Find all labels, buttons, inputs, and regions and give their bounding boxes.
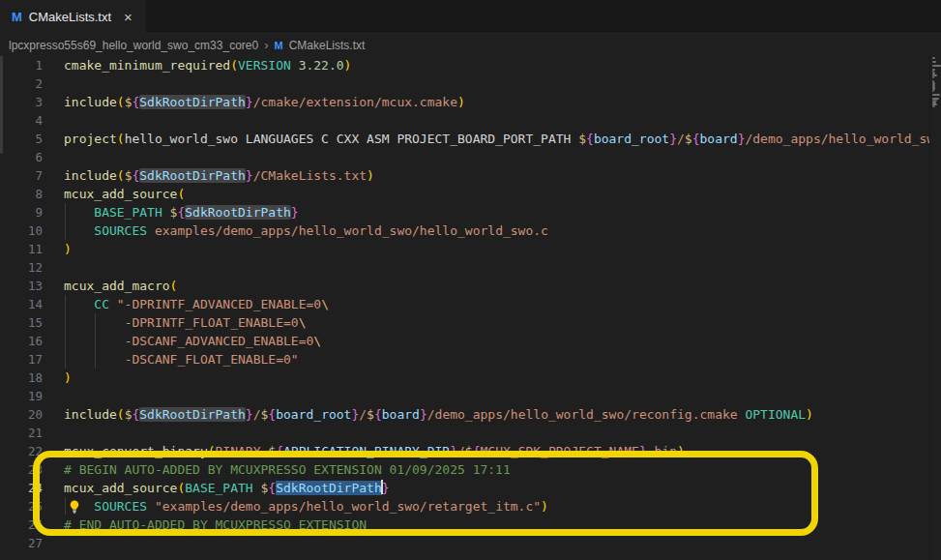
line-number[interactable]: 17 xyxy=(0,350,43,368)
line-number[interactable]: 18 xyxy=(0,368,43,387)
code-text: cmake_minimum_required(VERSION 3.22.0) xyxy=(43,56,351,74)
code-line[interactable]: 24mcux_add_source(BASE_PATH ${SdkRootDir… xyxy=(0,479,941,497)
code-text: # END AUTO-ADDED BY MCUXPRESSO EXTENSION xyxy=(43,516,367,534)
line-number[interactable]: 8 xyxy=(0,185,43,203)
line-number[interactable]: 25 xyxy=(0,497,43,516)
tab-cmakelists[interactable]: M CMakeLists.txt × xyxy=(0,0,145,34)
code-text xyxy=(43,111,64,130)
code-line[interactable]: 8mcux_add_source( xyxy=(0,185,941,203)
line-number[interactable]: 12 xyxy=(0,258,43,277)
code-line[interactable]: 13mcux_add_macro( xyxy=(0,277,941,295)
code-text: -DSCANF_ADVANCED_ENABLE=0\ xyxy=(43,332,321,350)
tab-title: CMakeLists.txt xyxy=(29,10,111,24)
line-number[interactable]: 27 xyxy=(0,534,43,552)
code-line[interactable]: 27 xyxy=(0,534,941,552)
code-line[interactable]: 10 SOURCES examples/demo_apps/hello_worl… xyxy=(0,221,941,240)
indent-guide xyxy=(65,203,66,240)
code-text: BASE_PATH ${SdkRootDirPath} xyxy=(43,203,299,221)
code-text xyxy=(43,74,64,93)
code-text: # BEGIN AUTO-ADDED BY MCUXPRESSO EXTENSI… xyxy=(43,460,511,479)
line-number[interactable]: 23 xyxy=(0,460,43,479)
code-line[interactable]: 17 -DSCANF_FLOAT_ENABLE=0" xyxy=(0,350,941,368)
code-editor[interactable]: 1cmake_minimum_required(VERSION 3.22.0)2… xyxy=(0,55,941,560)
code-text: SOURCES examples/demo_apps/hello_world_s… xyxy=(43,221,548,240)
code-text xyxy=(43,534,64,552)
line-number[interactable]: 10 xyxy=(0,221,43,240)
indent-guide xyxy=(65,497,66,515)
code-text: include(${SdkRootDirPath}/${board_root}/… xyxy=(43,405,813,424)
editor-window: M CMakeLists.txt × lpcxpresso55s69_hello… xyxy=(0,0,941,560)
breadcrumb: lpcxpresso55s69_hello_world_swo_cm33_cor… xyxy=(0,35,941,55)
breadcrumb-file[interactable]: CMakeLists.txt xyxy=(289,39,366,52)
code-text: SOURCES "examples/demo_apps/hello_world_… xyxy=(43,497,548,516)
line-number[interactable]: 20 xyxy=(0,405,43,424)
line-number[interactable]: 16 xyxy=(0,332,43,350)
lightbulb-icon[interactable] xyxy=(67,499,82,515)
line-number[interactable]: 5 xyxy=(0,130,43,148)
code-text: mcux_convert_binary(BINARY ${APPLICATION… xyxy=(43,442,685,460)
line-number[interactable]: 1 xyxy=(0,56,43,74)
line-number[interactable]: 13 xyxy=(0,277,43,295)
minimap[interactable] xyxy=(929,55,941,560)
code-text: include(${SdkRootDirPath}/CMakeLists.txt… xyxy=(43,166,374,185)
code-line[interactable]: 16 -DSCANF_ADVANCED_ENABLE=0\ xyxy=(0,332,941,350)
code-text: mcux_add_macro( xyxy=(43,277,177,295)
code-line[interactable]: 4 xyxy=(0,111,941,130)
code-line[interactable]: 22mcux_convert_binary(BINARY ${APPLICATI… xyxy=(0,442,941,460)
code-text: ) xyxy=(43,368,72,387)
line-number[interactable]: 24 xyxy=(0,479,43,497)
line-number[interactable]: 3 xyxy=(0,93,43,111)
code-text: -DPRINTF_FLOAT_ENABLE=0\ xyxy=(43,313,306,332)
code-text xyxy=(43,258,64,277)
tab-bar: M CMakeLists.txt × xyxy=(0,0,941,34)
line-number[interactable]: 26 xyxy=(0,516,43,534)
line-number[interactable]: 9 xyxy=(0,203,43,221)
line-number[interactable]: 22 xyxy=(0,442,43,460)
code-text: ) xyxy=(43,240,72,258)
line-number[interactable]: 11 xyxy=(0,240,43,258)
indent-guide xyxy=(95,313,96,368)
code-line[interactable]: 15 -DPRINTF_FLOAT_ENABLE=0\ xyxy=(0,313,941,332)
code-text xyxy=(43,424,64,442)
code-line[interactable]: 14 CC "-DPRINTF_ADVANCED_ENABLE=0\ xyxy=(0,295,941,313)
line-number[interactable]: 7 xyxy=(0,166,43,185)
close-icon[interactable]: × xyxy=(124,10,132,24)
code-line[interactable]: 1cmake_minimum_required(VERSION 3.22.0) xyxy=(0,56,941,74)
cmake-file-icon: M xyxy=(12,10,22,24)
code-line[interactable]: 2 xyxy=(0,74,941,93)
code-line[interactable]: 25 SOURCES "examples/demo_apps/hello_wor… xyxy=(0,497,941,516)
code-line[interactable]: 20include(${SdkRootDirPath}/${board_root… xyxy=(0,405,941,424)
code-text: project(hello_world_swo LANGUAGES C CXX … xyxy=(43,130,941,148)
code-lines: 1cmake_minimum_required(VERSION 3.22.0)2… xyxy=(0,56,941,552)
code-line[interactable]: 6 xyxy=(0,148,941,166)
chevron-right-icon: › xyxy=(264,38,268,52)
line-number[interactable]: 6 xyxy=(0,148,43,166)
line-number[interactable]: 15 xyxy=(0,313,43,332)
line-number[interactable]: 19 xyxy=(0,387,43,405)
cmake-file-icon: M xyxy=(275,40,283,51)
code-line[interactable]: 21 xyxy=(0,424,941,442)
indent-guide xyxy=(65,295,66,368)
code-text: -DSCANF_FLOAT_ENABLE=0" xyxy=(43,350,299,368)
code-text xyxy=(43,387,64,405)
code-line[interactable]: 5project(hello_world_swo LANGUAGES C CXX… xyxy=(0,130,941,148)
line-number[interactable]: 4 xyxy=(0,111,43,130)
code-text: mcux_add_source(BASE_PATH ${SdkRootDirPa… xyxy=(43,479,390,497)
code-line[interactable]: 11) xyxy=(0,240,941,258)
line-number[interactable]: 21 xyxy=(0,424,43,442)
code-line[interactable]: 3include(${SdkRootDirPath}/cmake/extensi… xyxy=(0,93,941,111)
code-line[interactable]: 18) xyxy=(0,368,941,387)
code-text: include(${SdkRootDirPath}/cmake/extensio… xyxy=(43,93,465,111)
breadcrumb-folder[interactable]: lpcxpresso55s69_hello_world_swo_cm33_cor… xyxy=(9,39,258,52)
code-text xyxy=(43,148,64,166)
code-line[interactable]: 12 xyxy=(0,258,941,277)
code-line[interactable]: 26# END AUTO-ADDED BY MCUXPRESSO EXTENSI… xyxy=(0,516,941,534)
line-number[interactable]: 14 xyxy=(0,295,43,313)
code-line[interactable]: 19 xyxy=(0,387,941,405)
code-line[interactable]: 9 BASE_PATH ${SdkRootDirPath} xyxy=(0,203,941,221)
code-text: mcux_add_source( xyxy=(43,185,185,203)
code-text: CC "-DPRINTF_ADVANCED_ENABLE=0\ xyxy=(43,295,329,313)
code-line[interactable]: 23# BEGIN AUTO-ADDED BY MCUXPRESSO EXTEN… xyxy=(0,460,941,479)
code-line[interactable]: 7include(${SdkRootDirPath}/CMakeLists.tx… xyxy=(0,166,941,185)
line-number[interactable]: 2 xyxy=(0,74,43,93)
